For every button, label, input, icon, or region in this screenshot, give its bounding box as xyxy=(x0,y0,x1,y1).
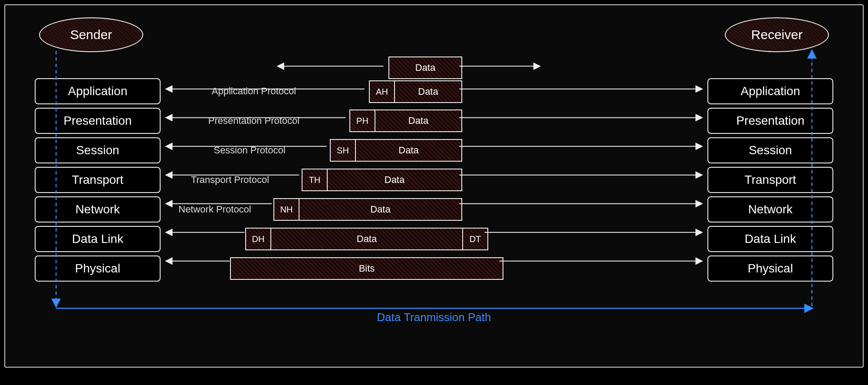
layer-label: Data Link xyxy=(745,232,796,246)
encap-row-th: TH Data xyxy=(302,169,462,191)
encap-payload: Data xyxy=(299,198,462,221)
layer-label: Transport xyxy=(72,173,124,187)
encap-payload: Bits xyxy=(230,257,503,280)
sender-layer-presentation: Presentation xyxy=(35,108,161,134)
receiver-layer-session: Session xyxy=(707,137,833,163)
layer-label: Network xyxy=(76,202,120,216)
encap-payload: Data xyxy=(327,169,462,191)
sender-node: Sender xyxy=(39,17,143,52)
layer-label: Presentation xyxy=(63,114,132,128)
layer-label: Session xyxy=(76,143,119,157)
encap-payload: Data xyxy=(388,56,462,79)
diagram-frame: Sender Receiver Application Presentation… xyxy=(4,4,864,368)
layer-label: Physical xyxy=(75,262,120,275)
encap-trailer: DT xyxy=(462,228,488,250)
sender-layer-transport: Transport xyxy=(35,167,161,193)
receiver-layer-network: Network xyxy=(707,196,833,222)
encap-payload: Data xyxy=(355,139,462,162)
sender-layer-physical: Physical xyxy=(35,256,161,282)
encap-header: PH xyxy=(349,110,375,132)
layer-label: Presentation xyxy=(736,114,804,128)
sender-layer-application: Application xyxy=(35,78,161,104)
receiver-layer-transport: Transport xyxy=(707,167,833,193)
receiver-node: Receiver xyxy=(725,17,829,52)
protocol-label-presentation: Presentation Protocol xyxy=(206,115,302,126)
receiver-layer-physical: Physical xyxy=(707,256,833,282)
encap-header: DH xyxy=(245,228,271,250)
receiver-layer-application: Application xyxy=(707,78,833,104)
layer-label: Application xyxy=(741,84,800,98)
protocol-label-session: Session Protocol xyxy=(211,145,288,156)
encap-payload: Data xyxy=(375,110,462,132)
protocol-label-transport: Transport Protocol xyxy=(188,174,272,186)
receiver-layer-datalink: Data Link xyxy=(707,226,833,252)
layer-label: Transport xyxy=(745,173,796,187)
sender-layer-datalink: Data Link xyxy=(35,226,161,252)
layer-label: Session xyxy=(749,143,792,157)
sender-layer-network: Network xyxy=(35,196,161,222)
layer-label: Network xyxy=(748,202,793,216)
encap-row-nh: NH Data xyxy=(273,198,462,221)
encap-row-dh: DH Data DT xyxy=(245,228,488,250)
encap-row-ah: AH Data xyxy=(369,80,462,103)
encap-row-top: Data xyxy=(388,56,462,79)
diagram-canvas: Sender Receiver Application Presentation… xyxy=(13,13,855,359)
encap-header: TH xyxy=(302,169,328,191)
receiver-layer-stack: Application Presentation Session Transpo… xyxy=(707,78,833,282)
encap-payload: Data xyxy=(394,80,462,103)
transmission-path-label: Data Tranmission Path xyxy=(372,311,495,324)
sender-layer-stack: Application Presentation Session Transpo… xyxy=(35,78,161,282)
encap-row-bits: Bits xyxy=(230,257,503,280)
layer-label: Application xyxy=(68,84,128,98)
encap-row-ph: PH Data xyxy=(349,110,462,132)
encap-header: NH xyxy=(273,198,299,221)
encap-header: SH xyxy=(330,139,356,162)
layer-label: Physical xyxy=(748,262,793,275)
sender-layer-session: Session xyxy=(35,137,161,163)
layer-label: Data Link xyxy=(72,232,123,246)
receiver-layer-presentation: Presentation xyxy=(707,108,833,134)
encap-header: AH xyxy=(369,80,395,103)
sender-label: Sender xyxy=(70,27,112,42)
protocol-label-application: Application Protocol xyxy=(209,86,299,97)
protocol-label-network: Network Protocol xyxy=(176,204,254,215)
encap-payload: Data xyxy=(270,228,463,250)
receiver-label: Receiver xyxy=(751,27,802,42)
encap-row-sh: SH Data xyxy=(330,139,462,162)
